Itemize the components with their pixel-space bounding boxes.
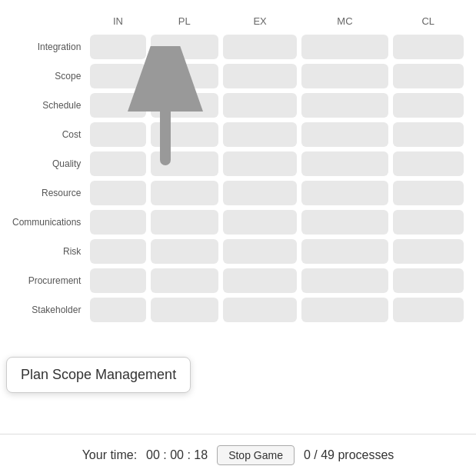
cell-stakeholder-4[interactable] <box>393 298 464 322</box>
cell-schedule-2[interactable] <box>223 93 297 118</box>
cell-resource-1[interactable] <box>151 181 218 205</box>
tooltip-box: Plan Scope Management <box>6 357 191 393</box>
row-label-cost: Cost <box>12 122 85 147</box>
col-header-cl: CL <box>393 12 464 30</box>
cell-quality-3[interactable] <box>301 151 388 176</box>
cell-communications-2[interactable] <box>223 210 297 235</box>
cell-scope-1[interactable] <box>151 64 218 88</box>
row-label-resource: Resource <box>12 181 85 205</box>
cell-cost-0[interactable] <box>90 122 145 147</box>
row-label-scope: Scope <box>12 64 85 88</box>
cell-cost-2[interactable] <box>223 122 297 147</box>
cell-schedule-1[interactable] <box>151 93 218 118</box>
cell-quality-0[interactable] <box>90 151 145 176</box>
cell-scope-4[interactable] <box>393 64 464 88</box>
grid-area: IN PL EX MC CL IntegrationScopeScheduleC… <box>0 0 476 327</box>
cell-scope-3[interactable] <box>301 64 388 88</box>
cell-risk-1[interactable] <box>151 239 218 264</box>
row-label-communications: Communications <box>12 210 85 235</box>
progress-count: 0 / 49 processes <box>304 448 394 462</box>
tooltip-text: Plan Scope Management <box>21 367 176 382</box>
row-label-quality: Quality <box>12 151 85 176</box>
col-header-ex: EX <box>223 12 297 30</box>
cell-stakeholder-3[interactable] <box>301 298 388 322</box>
cell-resource-0[interactable] <box>90 181 145 205</box>
cell-cost-3[interactable] <box>301 122 388 147</box>
row-label-risk: Risk <box>12 239 85 264</box>
process-grid: IN PL EX MC CL IntegrationScopeScheduleC… <box>8 8 468 327</box>
cell-risk-0[interactable] <box>90 239 145 264</box>
cell-communications-0[interactable] <box>90 210 145 235</box>
row-label-integration: Integration <box>12 35 85 59</box>
cell-scope-2[interactable] <box>223 64 297 88</box>
cell-procurement-2[interactable] <box>223 268 297 293</box>
stop-game-button[interactable]: Stop Game <box>217 445 295 465</box>
col-header-empty <box>12 12 85 30</box>
bottom-bar: Your time: 00 : 00 : 18 Stop Game 0 / 49… <box>0 434 476 476</box>
time-label: Your time: <box>82 448 137 462</box>
cell-resource-4[interactable] <box>393 181 464 205</box>
cell-communications-4[interactable] <box>393 210 464 235</box>
cell-communications-1[interactable] <box>151 210 218 235</box>
cell-integration-4[interactable] <box>393 35 464 59</box>
cell-procurement-4[interactable] <box>393 268 464 293</box>
cell-integration-2[interactable] <box>223 35 297 59</box>
cell-integration-3[interactable] <box>301 35 388 59</box>
row-label-stakeholder: Stakeholder <box>12 298 85 322</box>
time-value: 00 : 00 : 18 <box>146 448 208 462</box>
cell-quality-4[interactable] <box>393 151 464 176</box>
cell-risk-3[interactable] <box>301 239 388 264</box>
cell-resource-3[interactable] <box>301 181 388 205</box>
cell-risk-4[interactable] <box>393 239 464 264</box>
cell-quality-1[interactable] <box>151 151 218 176</box>
col-header-pl: PL <box>151 12 218 30</box>
col-header-in: IN <box>90 12 145 30</box>
cell-schedule-3[interactable] <box>301 93 388 118</box>
cell-procurement-0[interactable] <box>90 268 145 293</box>
cell-integration-0[interactable] <box>90 35 145 59</box>
cell-stakeholder-0[interactable] <box>90 298 145 322</box>
cell-quality-2[interactable] <box>223 151 297 176</box>
cell-procurement-1[interactable] <box>151 268 218 293</box>
cell-stakeholder-2[interactable] <box>223 298 297 322</box>
cell-schedule-4[interactable] <box>393 93 464 118</box>
cell-resource-2[interactable] <box>223 181 297 205</box>
cell-scope-0[interactable] <box>90 64 145 88</box>
cell-schedule-0[interactable] <box>90 93 145 118</box>
cell-cost-1[interactable] <box>151 122 218 147</box>
col-header-mc: MC <box>301 12 388 30</box>
cell-procurement-3[interactable] <box>301 268 388 293</box>
cell-stakeholder-1[interactable] <box>151 298 218 322</box>
cell-integration-1[interactable] <box>151 35 218 59</box>
row-label-procurement: Procurement <box>12 268 85 293</box>
cell-communications-3[interactable] <box>301 210 388 235</box>
cell-risk-2[interactable] <box>223 239 297 264</box>
cell-cost-4[interactable] <box>393 122 464 147</box>
row-label-schedule: Schedule <box>12 93 85 118</box>
